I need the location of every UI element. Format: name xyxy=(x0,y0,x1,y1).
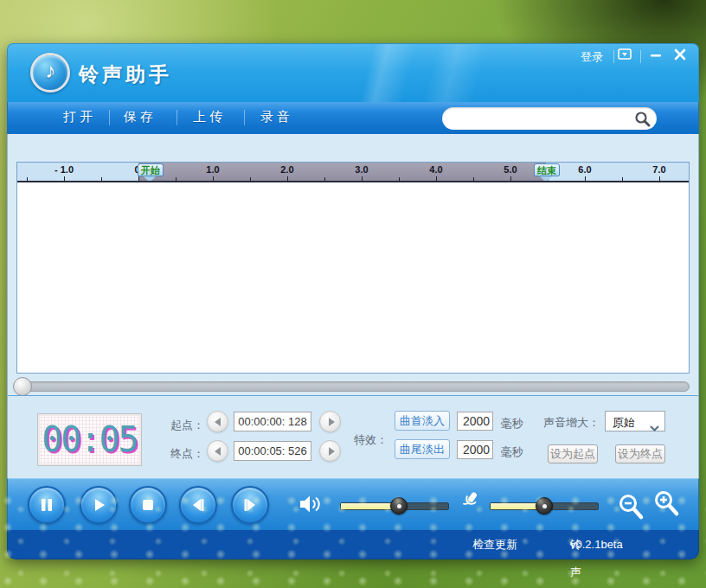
ruler-tick xyxy=(250,177,251,181)
arrow-left-icon xyxy=(215,447,221,456)
ruler-label: 7.0 xyxy=(652,164,665,175)
previous-button[interactable] xyxy=(179,486,217,524)
start-point-label: 起点： xyxy=(170,418,204,433)
ruler-tick xyxy=(101,177,102,181)
start-increment-button[interactable] xyxy=(319,411,341,432)
end-marker[interactable]: 结束 xyxy=(534,163,560,176)
playback-bar xyxy=(7,478,699,530)
fade-out-button[interactable]: 曲尾淡出 xyxy=(395,439,450,459)
ruler-label: 2.0 xyxy=(280,164,293,175)
client-area: - 1.0 0. 1.0 2.0 3.0 4.0 5.0 6.0 7.0 开始 … xyxy=(7,134,699,478)
horizontal-scrollbar[interactable] xyxy=(16,381,690,392)
ruler-label: 4.0 xyxy=(429,164,442,175)
ruler-tick xyxy=(176,177,176,181)
app-window: ♪ 铃声助手 登录 打开 保存 上传 录音 xyxy=(7,43,699,559)
start-decrement-button[interactable] xyxy=(207,411,228,432)
check-update-link[interactable]: 检查更新 xyxy=(472,531,517,559)
fade-in-button[interactable]: 曲首淡入 xyxy=(395,411,450,431)
ruler-tick xyxy=(324,177,325,181)
menu-separator xyxy=(109,110,110,125)
start-marker[interactable]: 开始 xyxy=(138,163,164,176)
ruler-label: 6.0 xyxy=(578,164,591,175)
status-bar: 检查更新 铃声助手v0.2.1beta xyxy=(7,530,699,559)
minimize-icon[interactable] xyxy=(646,48,665,64)
volume-boost-select[interactable]: 原始 xyxy=(605,411,665,431)
mic-slider-knob[interactable] xyxy=(536,497,553,514)
waveform-canvas[interactable] xyxy=(17,182,689,373)
end-decrement-button[interactable] xyxy=(207,440,228,462)
fade-in-ms-field[interactable] xyxy=(457,412,493,431)
upload-button[interactable]: 上传 xyxy=(193,109,226,125)
end-increment-button[interactable] xyxy=(319,440,341,462)
record-button[interactable]: 录音 xyxy=(260,109,293,125)
ruler-label: 3.0 xyxy=(355,164,368,175)
search-icon[interactable] xyxy=(634,111,651,131)
stop-button[interactable] xyxy=(129,486,167,524)
search-input[interactable] xyxy=(452,109,626,128)
ruler-tick xyxy=(585,176,586,181)
ruler-tick xyxy=(64,176,65,181)
ruler-tick xyxy=(622,177,623,181)
app-logo-icon: ♪ xyxy=(30,53,70,93)
step-backward-icon xyxy=(189,496,207,514)
end-marker-pointer[interactable] xyxy=(540,176,552,182)
arrow-right-icon xyxy=(329,418,335,426)
scrollbar-thumb[interactable] xyxy=(13,377,32,396)
volume-boost-label: 声音增大： xyxy=(543,415,600,431)
main-menu-icon[interactable] xyxy=(615,48,634,64)
speaker-icon[interactable] xyxy=(298,493,323,519)
app-version-number: v0.2.1beta xyxy=(570,531,623,559)
stop-icon xyxy=(139,496,157,514)
timeline-ruler[interactable]: - 1.0 0. 1.0 2.0 3.0 4.0 5.0 6.0 7.0 开始 … xyxy=(17,163,689,182)
title-bar[interactable]: ♪ 铃声助手 登录 xyxy=(7,43,699,102)
pause-icon xyxy=(38,496,55,514)
set-start-button[interactable]: 设为起点 xyxy=(548,444,598,463)
ruler-tick xyxy=(399,177,400,181)
pause-button[interactable] xyxy=(28,486,66,524)
arrow-right-icon xyxy=(329,447,335,456)
ruler-tick xyxy=(213,176,214,181)
ruler-label: 1.0 xyxy=(206,164,219,175)
save-button[interactable]: 保存 xyxy=(124,109,157,125)
search-box[interactable] xyxy=(442,107,657,130)
ruler-tick xyxy=(510,176,511,181)
microphone-icon[interactable] xyxy=(459,489,480,519)
time-display: 00:05 xyxy=(37,413,142,466)
login-button[interactable]: 登录 xyxy=(581,49,603,65)
play-icon xyxy=(90,496,107,514)
volume-boost-value: 原始 xyxy=(613,415,635,431)
effects-label: 特效： xyxy=(354,432,388,448)
titlebar-separator xyxy=(613,50,614,63)
set-end-button[interactable]: 设为终点 xyxy=(615,444,665,463)
ruler-tick xyxy=(27,177,28,181)
zoom-out-icon[interactable] xyxy=(616,492,647,527)
open-button[interactable]: 打开 xyxy=(63,109,96,125)
titlebar-separator xyxy=(640,50,641,63)
chevron-down-icon xyxy=(650,419,659,435)
close-icon[interactable] xyxy=(671,48,690,64)
ms-unit-label: 毫秒 xyxy=(501,416,523,431)
menu-separator xyxy=(176,110,177,125)
ruler-label: - 1.0 xyxy=(55,164,74,175)
next-button[interactable] xyxy=(231,486,269,524)
ruler-tick xyxy=(659,176,660,181)
end-point-label: 终点： xyxy=(170,446,204,462)
zoom-in-icon[interactable] xyxy=(651,489,683,523)
selection-region[interactable] xyxy=(138,163,546,181)
ruler-label: 5.0 xyxy=(504,164,517,175)
step-forward-icon xyxy=(241,496,259,514)
ms-unit-label: 毫秒 xyxy=(501,444,523,460)
volume-slider-knob[interactable] xyxy=(390,497,408,514)
ruler-tick xyxy=(362,176,363,181)
end-time-field[interactable] xyxy=(234,441,311,461)
start-time-field[interactable] xyxy=(234,412,311,431)
ruler-tick xyxy=(436,176,437,181)
ruler-tick xyxy=(287,176,288,181)
start-marker-pointer[interactable] xyxy=(144,176,156,182)
menu-separator xyxy=(244,110,245,125)
ruler-tick xyxy=(473,177,474,181)
waveform-panel: - 1.0 0. 1.0 2.0 3.0 4.0 5.0 6.0 7.0 开始 … xyxy=(16,162,690,374)
ruler-tick xyxy=(138,176,139,181)
play-button[interactable] xyxy=(80,486,118,524)
fade-out-ms-field[interactable] xyxy=(457,440,493,459)
